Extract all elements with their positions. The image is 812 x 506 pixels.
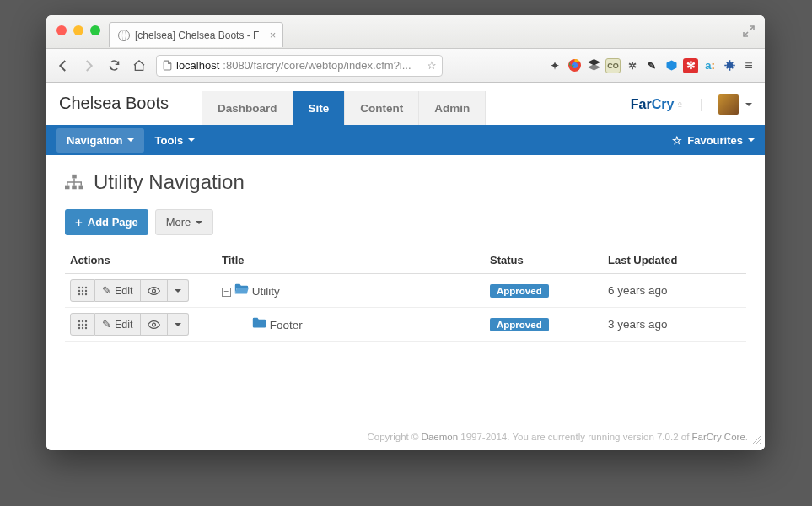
plus-icon: + bbox=[75, 215, 83, 229]
chevron-down-icon bbox=[127, 138, 134, 145]
subnav-navigation[interactable]: Navigation bbox=[56, 128, 144, 153]
svg-point-15 bbox=[85, 293, 87, 294]
tab-admin[interactable]: Admin bbox=[419, 91, 486, 125]
svg-rect-4 bbox=[65, 186, 70, 190]
back-icon[interactable] bbox=[55, 57, 72, 74]
ext-menu-icon[interactable]: ≡ bbox=[741, 58, 756, 73]
expand-icon[interactable] bbox=[743, 25, 755, 40]
url-host: localhost bbox=[176, 59, 219, 72]
svg-point-19 bbox=[85, 320, 87, 321]
row-title: Footer bbox=[270, 319, 303, 331]
subnav-tools[interactable]: Tools bbox=[144, 128, 205, 153]
drag-handle-button[interactable] bbox=[70, 279, 95, 302]
daemon-link[interactable]: Daemon bbox=[422, 432, 458, 442]
farcry-logo[interactable]: FarCry♀ bbox=[631, 97, 685, 112]
content-table: Actions Title Status Last Updated ✎ Edit… bbox=[65, 247, 746, 342]
svg-point-24 bbox=[82, 326, 83, 328]
col-actions: Actions bbox=[65, 247, 217, 274]
ext-pencil-icon[interactable]: ✎ bbox=[644, 58, 659, 73]
secondary-nav: Navigation Tools ☆Favourites bbox=[46, 125, 765, 155]
tab-title: [chelsea] Chelsea Boots - F bbox=[135, 30, 259, 41]
ext-chrome-icon[interactable] bbox=[567, 58, 582, 73]
chevron-down-icon bbox=[748, 138, 755, 145]
eye-icon bbox=[148, 287, 160, 295]
svg-point-18 bbox=[82, 320, 83, 321]
svg-point-21 bbox=[82, 323, 83, 325]
star-icon[interactable]: ☆ bbox=[427, 59, 437, 72]
svg-rect-5 bbox=[72, 186, 77, 190]
svg-point-22 bbox=[85, 323, 87, 325]
col-updated: Last Updated bbox=[603, 247, 746, 274]
drag-handle-button[interactable] bbox=[70, 313, 95, 336]
ext-box-icon[interactable] bbox=[664, 58, 679, 73]
ext-bug-icon[interactable] bbox=[722, 58, 737, 73]
page-icon bbox=[162, 60, 173, 71]
ext-gear-icon[interactable]: ✲ bbox=[625, 58, 640, 73]
favourites-menu[interactable]: ☆Favourites bbox=[672, 134, 755, 147]
svg-rect-3 bbox=[72, 175, 77, 179]
tab-content[interactable]: Content bbox=[345, 91, 419, 125]
svg-point-23 bbox=[78, 326, 80, 328]
row-more-button[interactable] bbox=[168, 279, 189, 302]
pencil-icon: ✎ bbox=[102, 318, 111, 331]
row-actions: ✎ Edit bbox=[70, 313, 189, 336]
folder-icon bbox=[252, 319, 266, 331]
svg-point-12 bbox=[85, 289, 87, 291]
minimize-window-button[interactable] bbox=[73, 25, 83, 35]
pencil-icon: ✎ bbox=[102, 284, 111, 297]
svg-point-9 bbox=[85, 286, 87, 288]
forward-icon[interactable] bbox=[80, 57, 97, 74]
ext-xmarks-icon[interactable]: ✻ bbox=[683, 58, 698, 73]
preview-button[interactable] bbox=[141, 279, 168, 302]
row-title: Utility bbox=[252, 285, 280, 298]
zoom-window-button[interactable] bbox=[90, 25, 100, 35]
address-bar[interactable]: localhost:8080/farcry/core/webtop/index.… bbox=[156, 55, 443, 77]
status-badge: Approved bbox=[490, 318, 549, 331]
reload-icon[interactable] bbox=[105, 57, 122, 74]
add-page-button[interactable]: +Add Page bbox=[65, 209, 148, 235]
edit-button[interactable]: ✎ Edit bbox=[95, 313, 141, 336]
brand-title: Chelsea Boots bbox=[59, 94, 169, 125]
status-badge: Approved bbox=[490, 284, 549, 298]
collapse-icon[interactable]: − bbox=[222, 288, 231, 297]
app-viewport: Chelsea Boots Dashboard Site Content Adm… bbox=[46, 83, 765, 450]
farcry-core-link[interactable]: FarCry Core bbox=[692, 432, 745, 442]
svg-point-14 bbox=[82, 293, 83, 294]
table-row: ✎ Edit− UtilityApproved6 years ago bbox=[65, 274, 746, 308]
browser-tab-strip: [chelsea] Chelsea Boots - F × bbox=[46, 15, 765, 49]
user-menu[interactable] bbox=[718, 94, 752, 115]
close-window-button[interactable] bbox=[56, 25, 67, 35]
ext-buffer-icon[interactable] bbox=[586, 58, 601, 73]
home-icon[interactable] bbox=[131, 57, 148, 74]
resize-handle-icon[interactable] bbox=[751, 432, 761, 447]
svg-point-11 bbox=[82, 289, 83, 291]
eye-icon bbox=[148, 320, 160, 329]
row-updated: 6 years ago bbox=[603, 274, 746, 308]
tab-dashboard[interactable]: Dashboard bbox=[202, 91, 293, 125]
svg-point-26 bbox=[152, 323, 155, 326]
chevron-down-icon bbox=[745, 103, 752, 110]
svg-rect-6 bbox=[79, 186, 84, 190]
page-title: Utility Navigation bbox=[65, 170, 746, 194]
close-tab-icon[interactable]: × bbox=[270, 29, 277, 41]
svg-point-13 bbox=[78, 293, 80, 294]
browser-tab[interactable]: [chelsea] Chelsea Boots - F × bbox=[109, 22, 283, 47]
table-row: ✎ Edit FooterApproved3 years ago bbox=[65, 308, 746, 342]
row-more-button[interactable] bbox=[168, 313, 189, 336]
row-actions: ✎ Edit bbox=[70, 279, 189, 302]
tab-site[interactable]: Site bbox=[293, 91, 346, 125]
sitemap-icon bbox=[65, 174, 83, 191]
ext-a-icon[interactable]: a: bbox=[702, 58, 718, 73]
primary-tabs: Dashboard Site Content Admin bbox=[202, 91, 486, 125]
globe-icon bbox=[118, 30, 130, 41]
row-updated: 3 years ago bbox=[603, 308, 746, 342]
more-button[interactable]: More bbox=[155, 209, 214, 235]
col-title: Title bbox=[217, 247, 485, 274]
svg-point-8 bbox=[82, 286, 83, 288]
avatar bbox=[718, 94, 739, 115]
ext-co-icon[interactable]: CO bbox=[605, 58, 621, 73]
edit-button[interactable]: ✎ Edit bbox=[95, 279, 141, 302]
svg-point-7 bbox=[78, 286, 80, 288]
ext-evernote-icon[interactable]: ✦ bbox=[547, 58, 562, 73]
preview-button[interactable] bbox=[141, 313, 168, 336]
